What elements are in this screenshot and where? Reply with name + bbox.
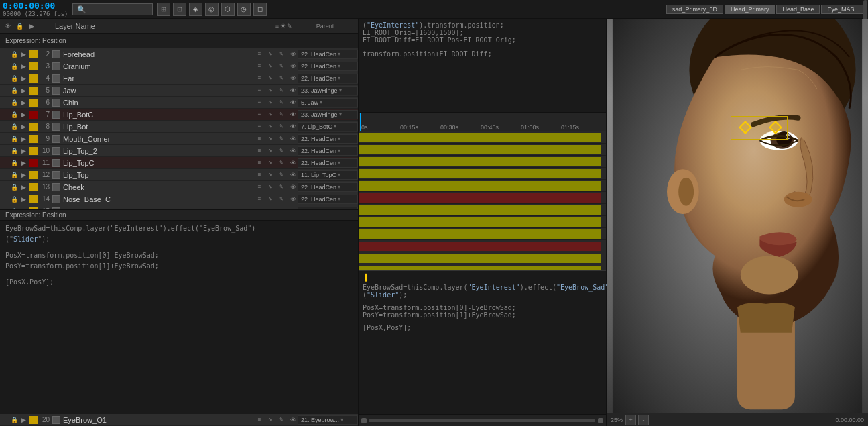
expand-icon[interactable]: ▶	[19, 87, 28, 94]
zoom-out-icon[interactable]: -	[638, 415, 649, 425]
table-row[interactable]: 🔒 ▶ 14 Nose_Base_C ≡ ∿ ✎ 👁 22. HeadCen▾	[0, 193, 358, 205]
layer-eye[interactable]: 👁	[288, 196, 298, 203]
tab-head-primary[interactable]: Head_Primary	[725, 5, 776, 14]
table-row[interactable]: 🔒 ▶ 4 Ear ≡ ∿ ✎ 👁 22. HeadCen▾	[0, 72, 358, 85]
layers-list[interactable]: 🔒 ▶ 2 Forehead ≡ ∿ ✎ 👁 22. HeadCen▾ 🔒 ▶	[0, 48, 358, 209]
layer-eye[interactable]: 👁	[288, 160, 298, 166]
expand-icon[interactable]: ▶	[19, 99, 28, 106]
layer-parent[interactable]: 11. Lip_TopC▾	[298, 170, 358, 180]
motion-icon[interactable]: ∿	[265, 110, 275, 119]
layer-eye[interactable]: 👁	[288, 63, 298, 70]
expand-icon[interactable]: ▶	[19, 51, 28, 58]
layer-eye[interactable]: 👁	[288, 417, 298, 423]
edit-icon[interactable]: ✎	[276, 158, 286, 168]
layer-eye[interactable]: 👁	[288, 75, 298, 82]
layer-eye[interactable]: 👁	[288, 111, 298, 118]
expand-icon[interactable]: ▶	[19, 417, 28, 423]
table-row[interactable]: 🔒 ▶ 3 Cranium ≡ ∿ ✎ 👁 22. HeadCen▾	[0, 60, 358, 72]
viewport-canvas[interactable]	[607, 19, 868, 413]
toolbar-icon-7[interactable]: ◻	[253, 3, 267, 16]
motion-icon[interactable]: ∿	[265, 122, 275, 131]
layer-parent[interactable]: 7. Lip_BotC▾	[298, 122, 358, 131]
shy-icon[interactable]: ≡	[255, 62, 264, 71]
shy-icon[interactable]: ≡	[255, 50, 264, 59]
shy-icon[interactable]: ≡	[255, 110, 264, 119]
layer-parent[interactable]: 22. HeadCen▾	[298, 146, 358, 156]
shy-icon[interactable]: ≡	[255, 195, 264, 204]
tab-sad-primary[interactable]: sad_Primary_3D	[666, 5, 723, 14]
layer-parent[interactable]: 5. Jaw▾	[298, 98, 358, 107]
toolbar-icon-6[interactable]: ◷	[237, 3, 251, 16]
edit-icon[interactable]: ✎	[276, 74, 286, 83]
shy-icon[interactable]: ≡	[255, 122, 264, 131]
layer-parent[interactable]: 23. JawHinge▾	[298, 110, 358, 119]
table-row[interactable]: 🔒 ▶ 9 Mouth_Corner ≡ ∿ ✎ 👁 22. HeadCen▾	[0, 133, 358, 145]
lock-icon[interactable]: 🔒	[9, 75, 19, 82]
lock-icon[interactable]: 🔒	[9, 184, 19, 191]
lock-icon[interactable]: 🔒	[9, 417, 19, 423]
table-row[interactable]: 🔒 ▶ 5 Jaw ≡ ∿ ✎ 👁 23. JawHinge▾	[0, 85, 358, 97]
edit-icon[interactable]: ✎	[276, 415, 286, 425]
toolbar-icon-2[interactable]: ⊡	[173, 3, 186, 16]
shy-icon[interactable]: ≡	[255, 146, 264, 156]
table-row[interactable]: 🔒 ▶ 2 Forehead ≡ ∿ ✎ 👁 22. HeadCen▾	[0, 48, 358, 60]
edit-icon[interactable]: ✎	[276, 146, 286, 156]
motion-icon[interactable]: ∿	[265, 146, 275, 156]
timeline-scrollbar[interactable]	[369, 419, 595, 422]
layer-eye[interactable]: 👁	[288, 51, 298, 58]
timeline-scroll-left[interactable]	[361, 418, 367, 423]
motion-icon[interactable]: ∿	[265, 98, 275, 107]
edit-icon[interactable]: ✎	[276, 134, 286, 144]
search-input[interactable]	[72, 3, 153, 15]
layer-eye[interactable]: 👁	[288, 184, 298, 191]
expand-icon[interactable]: ▶	[19, 160, 28, 166]
motion-icon[interactable]: ∿	[265, 415, 275, 425]
edit-icon[interactable]: ✎	[276, 182, 286, 192]
layer-eye[interactable]: 👁	[288, 148, 298, 154]
motion-icon[interactable]: ∿	[265, 50, 275, 59]
edit-icon[interactable]: ✎	[276, 98, 286, 107]
shy-icon[interactable]: ≡	[255, 74, 264, 83]
timeline-scroll-right[interactable]	[598, 418, 603, 423]
table-row[interactable]: 🔒 ▶ 6 Chin ≡ ∿ ✎ 👁 5. Jaw▾	[0, 97, 358, 109]
layer-parent[interactable]: 22. HeadCen▾	[298, 62, 358, 71]
expand-icon[interactable]: ▶	[19, 123, 28, 130]
lock-icon[interactable]: 🔒	[9, 196, 19, 203]
lock-icon[interactable]: 🔒	[9, 123, 19, 130]
layer-parent[interactable]: 22. HeadCen▾	[298, 195, 358, 204]
edit-icon[interactable]: ✎	[276, 62, 286, 71]
layer-parent[interactable]: 22. HeadCen▾	[298, 50, 358, 59]
motion-icon[interactable]: ∿	[265, 170, 275, 180]
edit-icon[interactable]: ✎	[276, 122, 286, 131]
motion-icon[interactable]: ∿	[265, 158, 275, 168]
edit-icon[interactable]: ✎	[276, 110, 286, 119]
layer-eye[interactable]: 👁	[288, 87, 298, 94]
table-row[interactable]: 🔒 ▶ 12 Lip_Top ≡ ∿ ✎ 👁 11. Lip_TopC▾	[0, 169, 358, 181]
toolbar-icon-5[interactable]: ⬡	[221, 3, 235, 16]
edit-icon[interactable]: ✎	[276, 50, 286, 59]
shy-icon[interactable]: ≡	[255, 98, 264, 107]
layer-eye[interactable]: 👁	[288, 136, 298, 142]
table-row[interactable]: 🔒 ▶ 20 EyeBrow_O1 ≡ ∿ ✎ 👁 21. Eyebrow...…	[0, 414, 358, 426]
lock-icon[interactable]: 🔒	[9, 87, 19, 94]
motion-icon[interactable]: ∿	[265, 195, 275, 204]
table-row[interactable]: 🔒 ▶ 8 Lip_Bot ≡ ∿ ✎ 👁 7. Lip_BotC▾	[0, 121, 358, 133]
lock-icon[interactable]: 🔒	[9, 136, 19, 142]
edit-icon[interactable]: ✎	[276, 170, 286, 180]
table-row[interactable]: 🔒 ▶ 13 Cheek ≡ ∿ ✎ 👁 22. HeadCen▾	[0, 181, 358, 193]
expand-icon[interactable]: ▶	[19, 196, 28, 203]
lock-icon[interactable]: 🔒	[9, 63, 19, 70]
tab-eye-mas[interactable]: Eye_MAS...	[821, 5, 865, 14]
tab-head-base[interactable]: Head_Base	[776, 5, 820, 14]
shy-icon[interactable]: ≡	[255, 170, 264, 180]
edit-icon[interactable]: ✎	[276, 86, 286, 95]
lock-icon[interactable]: 🔒	[9, 51, 19, 58]
layer-eye[interactable]: 👁	[288, 172, 298, 178]
layer-eye[interactable]: 👁	[288, 99, 298, 106]
toolbar-icon-4[interactable]: ◎	[205, 3, 219, 16]
table-row[interactable]: 🔒 ▶ 7 Lip_BotC ≡ ∿ ✎ 👁 23. JawHinge▾	[0, 109, 358, 121]
lock-icon[interactable]: 🔒	[9, 172, 19, 178]
shy-icon[interactable]: ≡	[255, 86, 264, 95]
toolbar-icon-1[interactable]: ⊞	[157, 3, 170, 16]
layer-parent[interactable]: 21. Eyebrow...▾	[298, 415, 358, 425]
